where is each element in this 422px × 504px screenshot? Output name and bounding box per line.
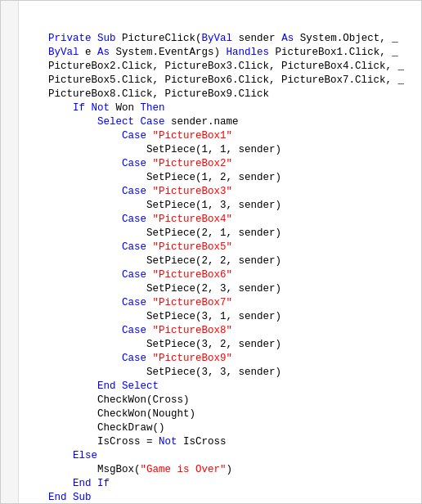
code-line: MsgBox("Game is Over") bbox=[24, 463, 418, 477]
code-line: PictureBox5.Click, PictureBox6.Click, Pi… bbox=[24, 74, 418, 88]
code-line: Case "PictureBox9" bbox=[24, 352, 418, 366]
code-line: SetPiece(3, 3, sender) bbox=[24, 366, 418, 380]
code-line: Case "PictureBox7" bbox=[24, 296, 418, 310]
code-line: SetPiece(2, 3, sender) bbox=[24, 282, 418, 296]
code-line: End If bbox=[24, 477, 418, 491]
code-editor: Private Sub PictureClick(ByVal sender As… bbox=[0, 0, 422, 504]
code-line: SetPiece(1, 2, sender) bbox=[24, 171, 418, 185]
code-line: Case "PictureBox6" bbox=[24, 268, 418, 282]
code-line: Case "PictureBox1" bbox=[24, 129, 418, 143]
code-line: Case "PictureBox8" bbox=[24, 324, 418, 338]
code-line: CheckWon(Nought) bbox=[24, 407, 418, 421]
code-line: Case "PictureBox4" bbox=[24, 213, 418, 227]
code-line: ByVal e As System.EventArgs) Handles Pic… bbox=[24, 46, 418, 60]
code-line: Case "PictureBox5" bbox=[24, 241, 418, 254]
code-line: IsCross = Not IsCross bbox=[24, 435, 418, 449]
code-line: Case "PictureBox2" bbox=[24, 157, 418, 171]
code-line: Private Sub PictureClick(ByVal sender As… bbox=[24, 32, 418, 46]
code-line: PictureBox8.Click, PictureBox9.Click bbox=[24, 88, 418, 101]
code-line: SetPiece(1, 3, sender) bbox=[24, 199, 418, 213]
code-line: PictureBox2.Click, PictureBox3.Click, Pi… bbox=[24, 60, 418, 74]
code-line: SetPiece(2, 1, sender) bbox=[24, 227, 418, 241]
line-numbers bbox=[1, 1, 19, 503]
code-line: SetPiece(3, 2, sender) bbox=[24, 338, 418, 352]
code-line: CheckWon(Cross) bbox=[24, 394, 418, 407]
code-line: CheckDraw() bbox=[24, 421, 418, 435]
code-line: End Select bbox=[24, 380, 418, 394]
code-line: End Sub bbox=[24, 491, 418, 503]
code-line: SetPiece(2, 2, sender) bbox=[24, 254, 418, 268]
code-line: SetPiece(1, 1, sender) bbox=[24, 143, 418, 157]
code-area[interactable]: Private Sub PictureClick(ByVal sender As… bbox=[19, 1, 421, 503]
code-line: Case "PictureBox3" bbox=[24, 185, 418, 199]
code-line: Select Case sender.name bbox=[24, 115, 418, 129]
code-line: SetPiece(3, 1, sender) bbox=[24, 310, 418, 324]
code-line: If Not Won Then bbox=[24, 101, 418, 115]
code-line: Else bbox=[24, 449, 418, 463]
